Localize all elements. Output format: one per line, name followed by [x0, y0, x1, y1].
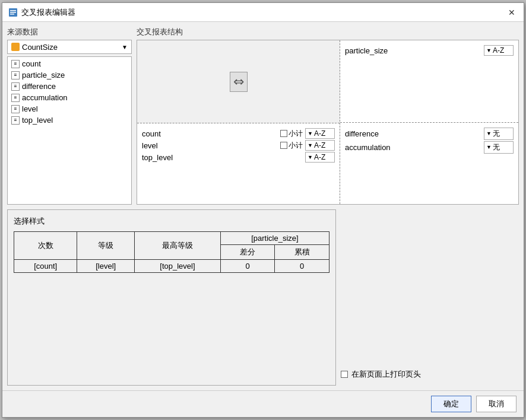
table-header-accum: 累積: [275, 245, 329, 260]
sort-value: A-Z: [314, 129, 325, 138]
title-bar-left: 交叉报表编辑器: [8, 7, 75, 18]
list-item[interactable]: ≡ difference: [9, 81, 130, 92]
crosstab-drag-area[interactable]: ⇔: [137, 40, 340, 123]
crosstab-left: ⇔ count 小: [137, 40, 340, 204]
chevron-down-icon: ▼: [122, 44, 128, 50]
table-header-level: 等级: [77, 232, 135, 260]
data-field-name: difference: [345, 129, 484, 138]
table-data-level: [level]: [77, 260, 135, 273]
field-name: level: [22, 104, 38, 113]
print-header-checkbox[interactable]: [341, 371, 348, 378]
subtotal-check[interactable]: 小计: [280, 141, 303, 151]
col-field-name: particle_size: [345, 46, 484, 55]
subtotal-check[interactable]: 小计: [280, 129, 303, 139]
sort-dropdown[interactable]: ▼ A-Z: [305, 128, 335, 139]
sort-arrow-icon: ▼: [486, 131, 492, 136]
crosstab-panel: 交叉报表结构 ⇔ count: [137, 27, 519, 205]
sort-arrow-icon: ▼: [308, 154, 313, 160]
svg-rect-1: [10, 10, 16, 11]
table-data-diff: 0: [220, 260, 275, 273]
list-item[interactable]: ≡ count: [9, 58, 130, 69]
crosstab-label: 交叉报表结构: [137, 27, 519, 37]
row-field-controls: 小计 ▼ A-Z: [280, 140, 335, 151]
crosstab-structure: ⇔ count 小: [137, 40, 519, 205]
row-field-controls: ▼ A-Z: [305, 152, 335, 163]
subtotal-checkbox[interactable]: [280, 130, 287, 137]
row-field-name: top_level: [142, 153, 305, 162]
row-field-name: level: [142, 141, 280, 150]
print-header-label: 在新页面上打印页头: [351, 369, 421, 380]
sort-dropdown[interactable]: ▼ A-Z: [484, 45, 514, 56]
data-field-item: difference ▼ 无: [345, 128, 514, 140]
source-dropdown-text: CountSize: [22, 43, 119, 52]
dialog-title: 交叉报表编辑器: [21, 7, 75, 18]
print-header-option: 在新页面上打印页头: [341, 369, 519, 380]
table-header-particle-size: [particle_size]: [220, 232, 329, 245]
field-name: accumulation: [22, 93, 68, 102]
table-header-count: 次数: [14, 232, 77, 260]
col-field-item: particle_size ▼ A-Z: [345, 45, 514, 56]
row-field-controls: 小计 ▼ A-Z: [280, 128, 335, 139]
sort-arrow-icon: ▼: [486, 47, 492, 53]
source-dropdown[interactable]: CountSize ▼: [7, 40, 132, 54]
preview-table: 次数 等级 最高等级 [particle_size] 差分 累積 [count]…: [14, 231, 329, 273]
field-icon: ≡: [11, 116, 20, 125]
field-icon: ≡: [11, 71, 20, 79]
sort-value: A-Z: [493, 46, 504, 55]
list-item[interactable]: ≡ accumulation: [9, 92, 130, 103]
row-field-list: count 小计 ▼ A-Z: [142, 128, 335, 163]
crosstab-right: particle_size ▼ A-Z difference: [340, 40, 518, 204]
field-name: top_level: [22, 116, 53, 125]
crosstab-data-fields: difference ▼ 无 accumulation ▼ 无: [340, 123, 518, 205]
close-button[interactable]: ✕: [506, 7, 518, 18]
row-field-item: top_level ▼ A-Z: [142, 152, 335, 163]
subtotal-checkbox[interactable]: [280, 142, 287, 149]
svg-rect-2: [10, 12, 16, 13]
field-name: particle_size: [22, 71, 65, 79]
field-icon: ≡: [11, 94, 20, 102]
subtotal-label: 小计: [289, 129, 303, 139]
table-data-top-level: [top_level]: [135, 260, 221, 273]
dialog-footer: 确定 取消: [2, 390, 524, 417]
crosstab-row-fields: count 小计 ▼ A-Z: [137, 123, 340, 204]
svg-rect-3: [10, 14, 14, 15]
sort-dropdown[interactable]: ▼ 无: [484, 141, 514, 154]
preview-label: 选择样式: [14, 216, 329, 227]
sort-value: 无: [493, 142, 500, 152]
source-panel: 来源数据 CountSize ▼ ≡ count ≡ particle_size: [7, 27, 132, 205]
sort-dropdown[interactable]: ▼ A-Z: [305, 152, 335, 163]
list-item[interactable]: ≡ top_level: [9, 114, 130, 126]
sort-value: A-Z: [314, 141, 325, 149]
table-header-diff: 差分: [220, 245, 275, 260]
drag-icon: ⇔: [230, 72, 248, 92]
sort-dropdown[interactable]: ▼ A-Z: [305, 140, 335, 151]
cancel-button[interactable]: 取消: [476, 396, 517, 412]
top-section: 来源数据 CountSize ▼ ≡ count ≡ particle_size: [7, 27, 519, 205]
row-field-item: level 小计 ▼ A-Z: [142, 140, 335, 151]
field-icon: ≡: [11, 60, 20, 68]
sort-dropdown[interactable]: ▼ 无: [484, 128, 514, 140]
title-bar: 交叉报表编辑器 ✕: [2, 3, 524, 22]
source-label: 来源数据: [7, 27, 132, 37]
row-field-item: count 小计 ▼ A-Z: [142, 128, 335, 139]
source-dropdown-icon: [11, 43, 20, 51]
sort-arrow-icon: ▼: [308, 131, 313, 136]
field-name: count: [22, 59, 41, 68]
sort-arrow-icon: ▼: [486, 144, 492, 150]
field-icon: ≡: [11, 105, 20, 113]
preview-panel: 选择样式 次数 等级 最高等级 [particle_size] 差分 累積: [7, 209, 336, 386]
ok-button[interactable]: 确定: [431, 396, 471, 412]
table-data-accum: 0: [275, 260, 329, 273]
sort-value: A-Z: [314, 153, 325, 161]
crosstab-col-fields: particle_size ▼ A-Z: [340, 40, 518, 123]
data-field-name: accumulation: [345, 143, 484, 152]
table-data-count: [count]: [14, 260, 77, 273]
sort-value: 无: [493, 129, 500, 139]
dialog: 交叉报表编辑器 ✕ 来源数据 CountSize ▼ ≡ count: [2, 2, 524, 418]
list-item[interactable]: ≡ particle_size: [9, 69, 130, 81]
list-item[interactable]: ≡ level: [9, 103, 130, 114]
sort-arrow-icon: ▼: [308, 142, 313, 148]
table-header-top-level: 最高等级: [135, 232, 221, 260]
dialog-body: 来源数据 CountSize ▼ ≡ count ≡ particle_size: [2, 22, 524, 390]
bottom-section: 选择样式 次数 等级 最高等级 [particle_size] 差分 累積: [7, 209, 519, 386]
